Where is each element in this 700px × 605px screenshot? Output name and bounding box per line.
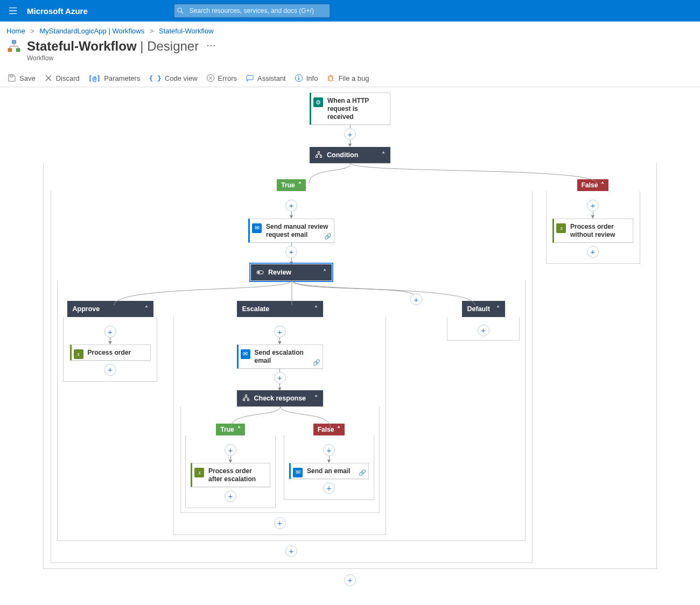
parameters-button[interactable]: [@] Parameters	[88, 74, 141, 82]
svg-line-25	[332, 80, 334, 81]
condition-card[interactable]: Condition ˄	[310, 147, 390, 163]
add-action-button[interactable]: +	[587, 246, 599, 258]
svg-rect-15	[247, 75, 253, 80]
send-email-card[interactable]: ✉ Send an email🔗	[289, 463, 369, 479]
default-case-card[interactable]: Default ˄	[462, 301, 505, 317]
errors-button[interactable]: Errors	[206, 74, 237, 82]
branch-icon	[242, 395, 250, 402]
variable-icon: 𝑥	[554, 219, 568, 242]
file-bug-button[interactable]: File a bug	[326, 74, 369, 82]
review-switch-card[interactable]: Review ˄	[251, 264, 332, 280]
condition-label: Condition	[327, 151, 358, 159]
add-action-button[interactable]: +	[323, 482, 335, 494]
assistant-button[interactable]: Assistant	[246, 74, 286, 82]
add-action-button[interactable]: +	[225, 490, 236, 502]
add-action-button[interactable]: +	[274, 517, 286, 529]
true-badge[interactable]: True˄	[277, 179, 305, 191]
add-action-button[interactable]: +	[344, 128, 356, 140]
add-action-button[interactable]: +	[285, 545, 297, 557]
false-badge[interactable]: False˄	[577, 179, 609, 191]
outlook-icon: ✉	[250, 219, 264, 242]
add-action-button[interactable]: +	[285, 246, 297, 258]
add-action-button[interactable]: +	[274, 372, 286, 384]
chevron-up-icon: ˄	[601, 181, 604, 189]
chevron-up-icon[interactable]: ˄	[145, 305, 148, 313]
breadcrumb-home[interactable]: Home	[6, 27, 25, 35]
svg-rect-26	[318, 151, 320, 153]
codeview-button[interactable]: { } Code view	[149, 74, 197, 82]
send-email-label: Send an email	[307, 467, 351, 475]
add-action-button[interactable]: +	[104, 326, 116, 337]
trigger-card[interactable]: ⚙ When a HTTP request is received	[310, 93, 390, 125]
approve-case-label: Approve	[73, 305, 100, 313]
link-icon: 🔗	[324, 233, 332, 241]
designer-canvas[interactable]: ⚙ When a HTTP request is received + ▼ Co…	[0, 87, 700, 602]
add-action-button[interactable]: +	[344, 574, 356, 586]
svg-rect-35	[245, 395, 247, 397]
check-response-card[interactable]: Check response ˄	[237, 390, 323, 406]
condition-container: True˄ + ▼ ✉ Send manual review request e…	[43, 163, 657, 569]
http-request-icon: ⚙	[311, 93, 325, 124]
breadcrumb: Home > MyStandardLogicApp | Workflows > …	[0, 22, 700, 37]
add-action-button[interactable]: +	[323, 444, 335, 456]
chevron-up-icon[interactable]: ˄	[314, 305, 318, 313]
svg-line-22	[328, 76, 330, 77]
svg-rect-31	[316, 156, 318, 157]
chevron-up-icon[interactable]: ˄	[382, 151, 385, 159]
send-review-email-card[interactable]: ✉ Send manual review request email🔗	[248, 219, 334, 243]
info-button[interactable]: Info	[295, 74, 318, 82]
false-branch-container: +▼ 𝑥 Process order without review +	[546, 191, 640, 264]
breadcrumb-workflow[interactable]: Stateful-Workflow	[159, 27, 214, 35]
process-after-escalation-card[interactable]: 𝑥 Process order after escalation	[191, 463, 270, 487]
true-branch-container: + ▼ ✉ Send manual review request email🔗 …	[51, 191, 533, 563]
global-search-input[interactable]	[186, 7, 330, 15]
process-order-card[interactable]: 𝑥 Process order	[70, 344, 151, 361]
process-no-review-card[interactable]: 𝑥 Process order without review	[552, 219, 633, 243]
global-search[interactable]	[174, 4, 330, 18]
page-header: Stateful-Workflow | Designer Workflow ⋯	[0, 37, 700, 69]
more-actions-icon[interactable]: ⋯	[206, 39, 216, 51]
svg-line-1	[181, 11, 183, 13]
connector: + ▼	[344, 125, 356, 147]
variable-icon: 𝑥	[72, 345, 86, 360]
brackets-icon: [@]	[88, 74, 101, 82]
inner-true-badge[interactable]: True˄	[216, 424, 244, 435]
svg-line-24	[328, 80, 330, 81]
add-action-button[interactable]: +	[274, 326, 286, 337]
add-case-button[interactable]: +	[410, 293, 422, 305]
process-after-escalation-label: Process order after escalation	[206, 463, 270, 487]
save-button[interactable]: Save	[8, 74, 36, 82]
search-icon	[174, 7, 186, 15]
topbar: Microsoft Azure	[0, 0, 700, 22]
add-action-button[interactable]: +	[587, 200, 599, 212]
trigger-label: When a HTTP request is received	[325, 93, 390, 124]
designer-toolbar: Save Discard [@] Parameters { } Code vie…	[0, 69, 700, 87]
add-action-button[interactable]: +	[104, 364, 116, 376]
page-title-suffix: | Designer	[137, 39, 199, 53]
page-title: Stateful-Workflow	[27, 39, 137, 53]
page-subtitle: Workflow	[27, 54, 199, 62]
connector: +▼	[587, 200, 599, 219]
approve-case-card[interactable]: Approve ˄	[67, 301, 153, 317]
chevron-up-icon[interactable]: ˄	[323, 269, 326, 276]
add-action-button[interactable]: +	[285, 200, 297, 212]
add-action-button[interactable]: +	[225, 444, 236, 456]
chevron-up-icon[interactable]: ˄	[496, 305, 500, 313]
chevron-up-icon: ˄	[337, 426, 340, 433]
svg-rect-40	[243, 399, 244, 401]
svg-point-34	[258, 271, 260, 273]
inner-false-badge[interactable]: False˄	[313, 424, 345, 435]
add-action-button[interactable]: +	[478, 325, 489, 336]
escalate-case-card[interactable]: Escalate ˄	[237, 301, 323, 317]
chevron-up-icon[interactable]: ˄	[314, 395, 318, 402]
svg-rect-2	[12, 40, 16, 43]
link-icon: 🔗	[313, 359, 320, 367]
brand-label: Microsoft Azure	[27, 6, 88, 16]
switch-icon	[256, 269, 264, 276]
discard-button[interactable]: Discard	[44, 74, 80, 82]
svg-point-0	[178, 8, 182, 12]
send-escalation-email-card[interactable]: ✉ Send escalation email🔗	[237, 344, 323, 369]
svg-rect-41	[247, 399, 249, 401]
breadcrumb-app[interactable]: MyStandardLogicApp | Workflows	[40, 27, 145, 35]
hamburger-menu-icon[interactable]	[4, 2, 22, 19]
